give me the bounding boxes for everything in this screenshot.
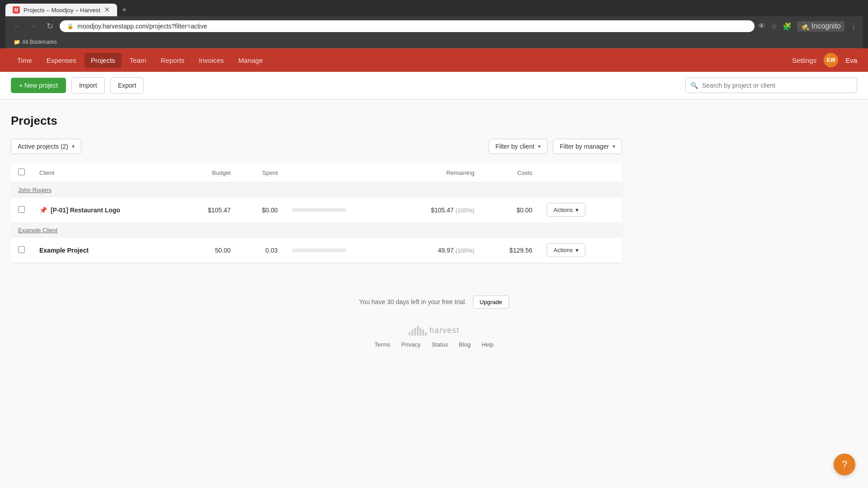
eye-off-icon: 👁 <box>758 22 765 30</box>
active-projects-dropdown[interactable]: Active projects (2) ▾ <box>11 139 81 154</box>
client-group-row: Example Client <box>11 223 622 238</box>
nav-time[interactable]: Time <box>11 53 38 68</box>
incognito-icon: 🕵 <box>801 22 810 31</box>
lock-icon: 🔒 <box>67 23 74 29</box>
extensions-icon[interactable]: 🧩 <box>783 22 792 31</box>
select-all-checkbox[interactable] <box>18 169 25 175</box>
bookmark-folder-icon: 📁 <box>14 39 20 45</box>
browser-actions: 👁 ☆ 🧩 🕵 Incognito ⋮ <box>758 21 857 32</box>
budget-header: Budget <box>180 163 238 183</box>
filter-by-client-button[interactable]: Filter by client ▾ <box>489 139 547 154</box>
client-group-row: John Rogers <box>11 183 622 197</box>
search-input[interactable] <box>685 78 857 93</box>
progress-header <box>285 163 392 183</box>
progress-bar <box>292 208 346 212</box>
browser-controls: ← → ↻ 🔒 moodjoy.harvestapp.com/projects?… <box>5 16 863 36</box>
project-checkbox-cell <box>11 238 32 263</box>
tab-title: Projects – Moodjoy – Harvest <box>24 7 100 14</box>
upgrade-button[interactable]: Upgrade <box>473 296 509 309</box>
project-costs: $129.56 <box>481 238 539 263</box>
forward-button[interactable]: → <box>27 20 40 33</box>
bookmark-bar: 📁 All Bookmarks <box>5 36 863 48</box>
project-progress-cell <box>285 238 392 263</box>
client-link-example[interactable]: Example Client <box>18 227 57 234</box>
filters-row: Active projects (2) ▾ Filter by client ▾… <box>11 139 622 154</box>
harvest-logo: harvest <box>7 325 861 336</box>
nav-projects[interactable]: Projects <box>85 53 122 68</box>
browser-tabs: M Projects – Moodjoy – Harvest ✕ + <box>5 4 863 16</box>
blog-link[interactable]: Blog <box>459 341 471 348</box>
nav-settings-link[interactable]: Settings <box>792 56 816 64</box>
back-button[interactable]: ← <box>11 20 24 33</box>
pin-icon: 📌 <box>39 206 47 214</box>
tab-close-button[interactable]: ✕ <box>104 6 110 14</box>
project-name: [P-01] Restaurant Logo <box>51 206 120 214</box>
table-row: 📌 [P-01] Restaurant Logo $105.47 $0.00 $… <box>11 197 622 223</box>
url-text: moodjoy.harvestapp.com/projects?filter=a… <box>77 23 207 30</box>
filter-left: Active projects (2) ▾ <box>11 139 81 154</box>
project-actions-cell: Actions ▾ <box>539 238 622 263</box>
harvest-bars-icon <box>409 325 427 336</box>
nav-manage[interactable]: Manage <box>232 53 269 68</box>
status-link[interactable]: Status <box>431 341 448 348</box>
project-checkbox[interactable] <box>18 246 25 253</box>
projects-table: Client Budget Spent Remaining Costs John… <box>11 163 622 263</box>
table-header: Client Budget Spent Remaining Costs <box>11 163 622 183</box>
bookmark-all-bookmarks[interactable]: 📁 All Bookmarks <box>11 38 60 46</box>
footer: harvest Terms Privacy Status Blog Help <box>0 318 868 355</box>
filter-by-manager-button[interactable]: Filter by manager ▾ <box>553 139 622 154</box>
tab-favicon: M <box>13 6 20 14</box>
chevron-down-icon: ▾ <box>576 247 579 253</box>
address-bar[interactable]: 🔒 moodjoy.harvestapp.com/projects?filter… <box>60 20 755 32</box>
nav-team[interactable]: Team <box>123 53 153 68</box>
remaining-header: Remaining <box>392 163 481 183</box>
project-spent: 0.03 <box>238 238 285 263</box>
project-checkbox-cell <box>11 197 32 223</box>
table-body: John Rogers 📌 [P-01] Restaurant Logo $10… <box>11 183 622 263</box>
help-link[interactable]: Help <box>481 341 494 348</box>
project-checkbox[interactable] <box>18 206 25 213</box>
menu-button[interactable]: ⋮ <box>850 22 857 31</box>
active-tab[interactable]: M Projects – Moodjoy – Harvest ✕ <box>5 4 117 16</box>
actions-button[interactable]: Actions ▾ <box>547 243 585 257</box>
table-row: Example Project 50.00 0.03 49.97 (100%) … <box>11 238 622 263</box>
project-costs: $0.00 <box>481 197 539 223</box>
project-actions-cell: Actions ▾ <box>539 197 622 223</box>
nav-links: Time Expenses Projects Team Reports Invo… <box>11 53 792 68</box>
progress-bar <box>292 249 346 252</box>
client-header: Client <box>32 163 180 183</box>
chevron-down-icon: ▾ <box>613 143 615 150</box>
chevron-down-icon: ▾ <box>538 143 541 150</box>
nav-username[interactable]: Eva <box>845 56 857 64</box>
search-icon: 🔍 <box>690 82 698 89</box>
incognito-badge: 🕵 Incognito <box>797 21 844 32</box>
project-remaining: 49.97 (100%) <box>392 238 481 263</box>
export-button[interactable]: Export <box>110 77 144 94</box>
new-tab-button[interactable]: + <box>118 4 131 16</box>
project-budget: 50.00 <box>180 238 238 263</box>
app-nav: Time Expenses Projects Team Reports Invo… <box>0 48 868 72</box>
client-link-john-rogers[interactable]: John Rogers <box>18 187 52 193</box>
actions-button[interactable]: Actions ▾ <box>547 203 585 217</box>
star-icon[interactable]: ☆ <box>771 22 777 31</box>
nav-avatar: EW <box>824 53 838 67</box>
project-name: Example Project <box>39 247 89 254</box>
main-content: Projects Active projects (2) ▾ Filter by… <box>0 99 633 277</box>
nav-right: Settings EW Eva <box>792 53 857 67</box>
project-remaining: $105.47 (100%) <box>392 197 481 223</box>
spent-header: Spent <box>238 163 285 183</box>
browser-chrome: M Projects – Moodjoy – Harvest ✕ + ← → ↻… <box>0 0 868 48</box>
new-project-button[interactable]: + New project <box>11 78 66 93</box>
reload-button[interactable]: ↻ <box>43 20 56 33</box>
nav-reports[interactable]: Reports <box>155 53 191 68</box>
chevron-down-icon: ▾ <box>576 206 579 213</box>
toolbar: + New project Import Export 🔍 <box>0 72 868 99</box>
select-all-header <box>11 163 32 183</box>
import-button[interactable]: Import <box>71 77 105 94</box>
terms-link[interactable]: Terms <box>374 341 390 348</box>
privacy-link[interactable]: Privacy <box>401 341 421 348</box>
chevron-down-icon: ▾ <box>72 143 75 150</box>
project-spent: $0.00 <box>238 197 285 223</box>
nav-invoices[interactable]: Invoices <box>193 53 230 68</box>
nav-expenses[interactable]: Expenses <box>40 53 83 68</box>
